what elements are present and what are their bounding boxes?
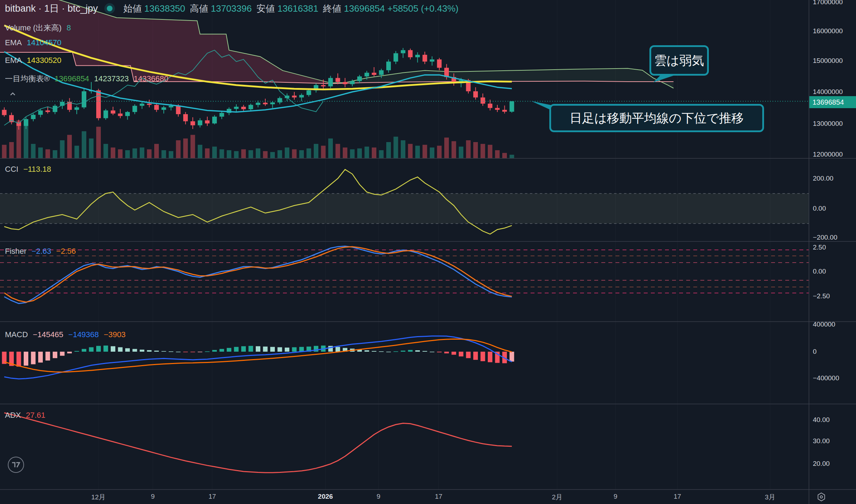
macd-line-value: −149368 <box>68 330 99 339</box>
macd-pane <box>2 336 514 379</box>
annotation-below-ma[interactable]: 日足は移動平均線の下位で推移 <box>549 104 764 132</box>
tradingview-logo[interactable] <box>8 457 24 473</box>
legend-ema-fast[interactable]: EMA 14104570 <box>5 38 62 47</box>
high-label: 高値 <box>190 3 208 14</box>
fisher-line <box>4 246 512 304</box>
chikou-value: 13696854 <box>54 74 89 83</box>
legend-adx[interactable]: ADX 27.61 <box>5 411 45 420</box>
fisher-pane <box>0 246 809 304</box>
last-price-tag: 13696854 <box>809 96 856 108</box>
close-value: 13696854 <box>344 3 385 14</box>
high-value: 13703396 <box>211 3 252 14</box>
open-value: 13638350 <box>144 3 185 14</box>
volume-value: 8 <box>66 23 71 33</box>
macd-line <box>4 336 512 379</box>
ema-fast-value: 14104570 <box>27 38 62 47</box>
cci-pane <box>0 170 809 234</box>
legend-ema-slow[interactable]: EMA 14330520 <box>5 56 62 65</box>
symbol-header[interactable]: bitbank · 1日 · btc_jpy 始値 13638350 高値 13… <box>5 2 458 15</box>
legend-fisher[interactable]: Fisher −2.63 −2.56 <box>5 247 76 256</box>
symbol-title: bitbank · 1日 · btc_jpy <box>5 2 98 15</box>
low-value: 13616381 <box>277 3 318 14</box>
change-value: +58505 (+0.43%) <box>387 3 458 14</box>
open-label: 始値 <box>123 3 142 14</box>
macd-signal-value: −3903 <box>104 330 126 339</box>
chevron-up-icon[interactable] <box>8 89 18 99</box>
adx-value: 27.61 <box>26 411 45 420</box>
fisher-trigger-value: −2.56 <box>56 247 76 256</box>
fisher-trigger-line <box>4 247 512 302</box>
macd-hist-value: −145465 <box>33 330 63 339</box>
legend-volume[interactable]: Volume (出来高) 8 <box>5 23 71 33</box>
senkou-a-value: 14237323 <box>94 74 129 83</box>
close-label: 終値 <box>323 3 341 14</box>
legend-macd[interactable]: MACD −145465 −149368 −3903 <box>5 330 126 339</box>
legend-cci[interactable]: CCI −113.18 <box>5 165 51 174</box>
legend-ichimoku[interactable]: 一目均衡表® 13696854 14237323 14336680 <box>5 74 168 84</box>
cci-value: −113.18 <box>23 165 51 174</box>
ema-slow-value: 14330520 <box>27 56 62 65</box>
senkou-b-value: 14336680 <box>134 74 168 83</box>
adx-pane <box>4 413 512 473</box>
annotation-cloud-bearish[interactable]: 雲は弱気 <box>649 45 709 76</box>
low-label: 安値 <box>256 3 275 14</box>
volume-bars <box>2 121 514 158</box>
adx-line <box>4 413 512 473</box>
gear-icon[interactable] <box>816 491 827 504</box>
tradingview-chart-page: { "header": { "title": "bitbank · 1日 · b… <box>0 0 856 504</box>
bitbank-logo-icon <box>104 3 115 14</box>
fisher-value: −2.63 <box>31 247 51 256</box>
